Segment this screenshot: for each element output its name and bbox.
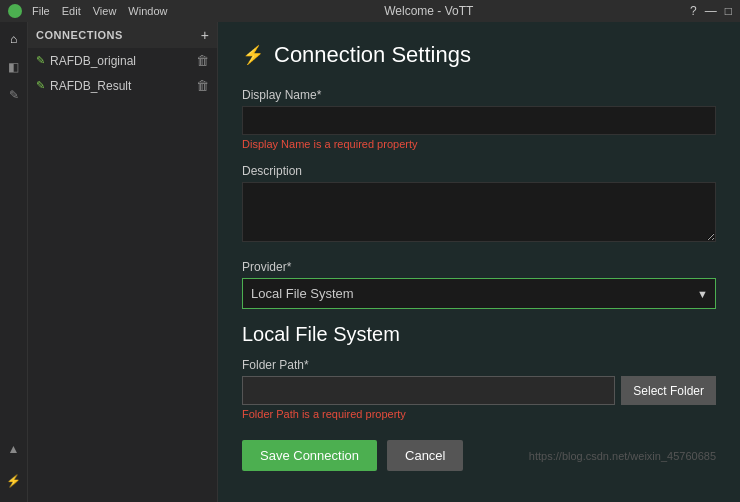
- main-layout: ⌂ ◧ ✎ ▲ ⚡ CONNECTIONS + ✎ RAFDB_original…: [0, 22, 740, 502]
- action-buttons: Save Connection Cancel https://blog.csdn…: [242, 440, 716, 471]
- connections-title: CONNECTIONS: [36, 29, 123, 41]
- watermark-text: https://blog.csdn.net/weixin_45760685: [529, 450, 716, 462]
- description-group: Description: [242, 164, 716, 246]
- icon-sidebar: ⌂ ◧ ✎ ▲ ⚡: [0, 22, 28, 502]
- cancel-button[interactable]: Cancel: [387, 440, 463, 471]
- titlebar-title: Welcome - VoTT: [384, 4, 473, 18]
- provider-group: Provider* Local File System Azure Blob S…: [242, 260, 716, 309]
- add-connection-button[interactable]: +: [201, 28, 209, 42]
- connections-header: CONNECTIONS +: [28, 22, 217, 48]
- display-name-input[interactable]: [242, 106, 716, 135]
- provider-label: Provider*: [242, 260, 716, 274]
- connection-settings-icon: ⚡: [242, 44, 264, 66]
- section-title: ⚡ Connection Settings: [242, 42, 716, 68]
- titlebar-controls[interactable]: ? — □: [690, 4, 732, 18]
- maximize-button[interactable]: □: [725, 4, 732, 18]
- local-file-system-section: Local File System Folder Path* Select Fo…: [242, 323, 716, 420]
- folder-path-label: Folder Path*: [242, 358, 716, 372]
- connection-label-1: RAFDB_Result: [50, 79, 131, 93]
- display-name-label: Display Name*: [242, 88, 716, 102]
- sidebar-edit-btn[interactable]: ✎: [1, 82, 27, 108]
- connection-item-rafdb-original[interactable]: ✎ RAFDB_original 🗑: [28, 48, 217, 73]
- folder-path-row: Select Folder: [242, 376, 716, 405]
- display-name-group: Display Name* Display Name is a required…: [242, 88, 716, 150]
- description-label: Description: [242, 164, 716, 178]
- sidebar-export-btn[interactable]: ▲: [1, 436, 27, 462]
- titlebar-left: File Edit View Window: [8, 4, 167, 18]
- main-content: ⚡ Connection Settings Display Name* Disp…: [218, 22, 740, 502]
- sidebar-connections-btn[interactable]: ⚡: [1, 468, 27, 494]
- connections-panel: CONNECTIONS + ✎ RAFDB_original 🗑 ✎ RAFDB…: [28, 22, 218, 502]
- app-logo: [8, 4, 22, 18]
- provider-select[interactable]: Local File System Azure Blob Storage Bin…: [242, 278, 716, 309]
- edit-icon-1: ✎: [36, 79, 45, 92]
- help-button[interactable]: ?: [690, 4, 697, 18]
- provider-select-wrapper: Local File System Azure Blob Storage Bin…: [242, 278, 716, 309]
- menu-window[interactable]: Window: [128, 5, 167, 17]
- local-file-system-title: Local File System: [242, 323, 716, 346]
- titlebar: File Edit View Window Welcome - VoTT ? —…: [0, 0, 740, 22]
- menu-file[interactable]: File: [32, 5, 50, 17]
- menu-view[interactable]: View: [93, 5, 117, 17]
- select-folder-button[interactable]: Select Folder: [621, 376, 716, 405]
- display-name-error: Display Name is a required property: [242, 138, 716, 150]
- sidebar-tag-btn[interactable]: ◧: [1, 54, 27, 80]
- delete-connection-button-1[interactable]: 🗑: [196, 78, 209, 93]
- minimize-button[interactable]: —: [705, 4, 717, 18]
- edit-icon: ✎: [36, 54, 45, 67]
- connection-item-left-1: ✎ RAFDB_Result: [36, 79, 131, 93]
- page-title: Connection Settings: [274, 42, 471, 68]
- titlebar-menu: File Edit View Window: [32, 5, 167, 17]
- menu-edit[interactable]: Edit: [62, 5, 81, 17]
- delete-connection-button-0[interactable]: 🗑: [196, 53, 209, 68]
- sidebar-home-btn[interactable]: ⌂: [1, 26, 27, 52]
- folder-path-error: Folder Path is a required property: [242, 408, 716, 420]
- description-input[interactable]: [242, 182, 716, 242]
- connection-label: RAFDB_original: [50, 54, 136, 68]
- connection-item-left: ✎ RAFDB_original: [36, 54, 136, 68]
- folder-path-group: Folder Path* Select Folder Folder Path i…: [242, 358, 716, 420]
- folder-path-input[interactable]: [242, 376, 615, 405]
- save-connection-button[interactable]: Save Connection: [242, 440, 377, 471]
- connection-item-rafdb-result[interactable]: ✎ RAFDB_Result 🗑: [28, 73, 217, 98]
